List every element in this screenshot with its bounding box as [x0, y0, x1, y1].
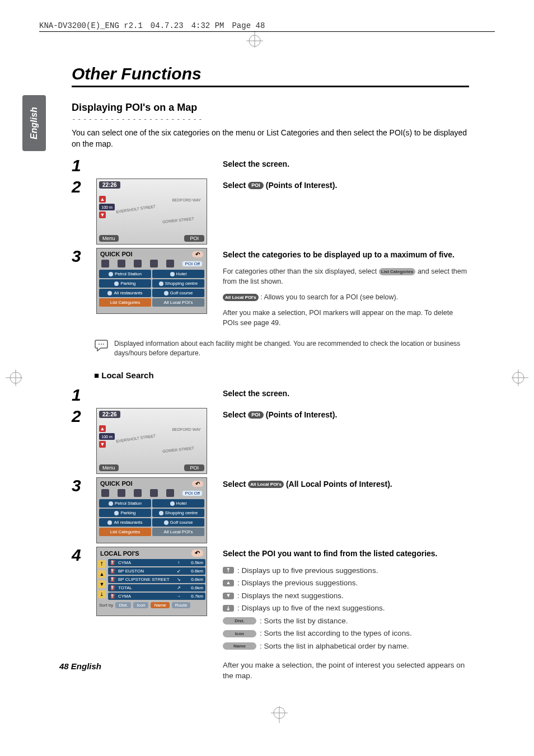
sort-route-button: Route [172, 602, 190, 608]
poi-off-button: POI Off [182, 261, 202, 266]
poi-name: TOTAL [118, 585, 173, 590]
doc-file: KNA-DV3200(E)_ENG r2.1 [39, 21, 143, 30]
poi-name: BP EUSTON [118, 569, 173, 574]
qp-icon [118, 489, 125, 497]
zoom-in-icon: ▲ [99, 196, 106, 203]
qp-cell-all-local: All Local POI's [152, 528, 204, 536]
list-categories-pill: List Categories [379, 268, 416, 275]
poi-distance: 0.6km [184, 577, 203, 582]
street-label: BEDFORD WAY [172, 428, 201, 431]
sort-name-button: Name [151, 602, 169, 608]
poi-pill: POI [248, 182, 264, 189]
poi-direction: ↗ [175, 585, 182, 590]
gas-icon: ⛽ [110, 577, 116, 582]
legend-list: ⤒: Displays up to five previous suggesti… [223, 565, 469, 652]
figure-map-1: 22:26 ▲ 100 m ▼ EVERSHOLT STREET BEDFORD… [96, 179, 207, 245]
zoom-out-icon: ▼ [99, 441, 106, 448]
qp-icon [166, 260, 174, 267]
step-title-pre: Select [223, 409, 246, 420]
step-title: Select the screen. [223, 158, 469, 170]
language-tab-label: English [29, 107, 39, 139]
language-tab: English [22, 95, 46, 151]
figure-quick-poi-1: QUICK POI ↶ POI Off Petrol Station Hotel… [96, 248, 207, 314]
step-number: 2 [72, 408, 96, 425]
legend-text: : Sorts the list by distance. [260, 616, 348, 627]
page-body: Other Functions Displaying POI's on a Ma… [72, 64, 469, 691]
step-number: 1 [72, 387, 96, 403]
svg-point-13 [101, 344, 102, 345]
sort-icon-button: Icon [133, 602, 148, 608]
qp-icon [134, 260, 142, 267]
map-scale: 100 m [99, 204, 115, 210]
legend-text: : Displays up to five previous suggestio… [237, 565, 378, 576]
map-poi-button: POI [184, 464, 204, 471]
after-text: After you make a selection, the point of… [223, 660, 469, 682]
crop-mark-top-center [243, 31, 266, 55]
back-icon: ↶ [191, 550, 203, 557]
qp-cell-all-local: All Local POI's [152, 298, 204, 307]
step-b2: 2 22:26 ▲ 100 m ▼ EVERSHOLT STREET BEDFO… [72, 408, 469, 474]
step-number: 3 [72, 248, 96, 265]
sort-by-label: Sort by [99, 603, 113, 608]
top-icon: ⤒ [223, 567, 234, 574]
zoom-in-icon: ▲ [99, 425, 106, 432]
step-title: Select POI (Points of Interest). [223, 409, 469, 420]
list-down-button: ▼ [98, 580, 106, 588]
subsection-heading: Displaying POI's on a Map [72, 102, 469, 114]
poi-name: CYMA [118, 594, 173, 599]
qp-cell: All restaurants [99, 289, 151, 297]
list-row: ⛽CYMA↑0.5km [108, 559, 205, 566]
step-number: 3 [72, 477, 96, 494]
name-pill: Name [223, 642, 256, 650]
qp-icon [150, 489, 158, 497]
poi-direction: ↙ [175, 569, 182, 574]
poi-name: CYMA [118, 560, 173, 565]
poi-direction: → [175, 594, 182, 599]
poi-direction: ↘ [175, 577, 182, 582]
note-text: Displayed information about each facilit… [114, 339, 469, 358]
step-title: Select the screen. [223, 388, 469, 399]
list-row: ⛽TOTAL↗0.6km [108, 584, 205, 591]
figure-quick-poi-2: QUICK POI ↶ POI Off Petrol Station Hotel… [96, 477, 207, 543]
step-title: Select the POI you want to find from the… [223, 548, 469, 559]
qp-icon [101, 260, 109, 267]
qp-icon [134, 489, 142, 497]
body-text: For categories other than the six displa… [223, 267, 377, 275]
qp-cell-list-categories: List Categories [99, 528, 151, 536]
street-label: EVERSHOLT STREET [116, 434, 156, 443]
speech-bubble-icon [94, 339, 109, 351]
local-search-heading: ■ Local Search [94, 370, 469, 380]
qp-cell: Golf course [152, 518, 204, 527]
step-title: Select All Local POI's (All Local Points… [223, 478, 469, 490]
map-menu-button: Menu [99, 464, 119, 471]
list-bottom-button: ⤓ [98, 590, 106, 598]
figure-map-2: 22:26 ▲ 100 m ▼ EVERSHOLT STREET BEDFORD… [96, 408, 207, 474]
body-text: : Allows you to search for a POI (see be… [260, 293, 398, 301]
svg-point-14 [103, 344, 104, 345]
street-label: GOWER STREET [162, 446, 194, 453]
qp-cell: Hotel [152, 499, 204, 508]
back-icon: ↶ [192, 481, 203, 487]
poi-name: BP CLIPSTONE STREET [118, 577, 173, 582]
all-local-pois-pill: All Local POI's [223, 294, 259, 301]
qp-cell: All restaurants [99, 518, 151, 527]
figure-local-pois: LOCAL POI'S ↶ ⤒ ▲ ▼ ⤓ ⛽CYMA↑0.5km⛽BP EUS… [96, 547, 207, 616]
step-number: 2 [72, 179, 96, 195]
qp-cell: Petrol Station [99, 270, 151, 278]
qp-cell: Hotel [152, 270, 204, 278]
step-title-post: (All Local Points of Interest). [286, 478, 392, 490]
map-zoom: ▲ 100 m ▼ [99, 425, 115, 448]
list-row: ⛽BP EUSTON↙0.6km [108, 567, 205, 575]
step-title-pre: Select [223, 478, 246, 490]
list-row: ⛽BP CLIPSTONE STREET↘0.6km [108, 576, 205, 583]
page-footer: 48 English [59, 661, 101, 671]
zoom-out-icon: ▼ [99, 212, 106, 218]
gas-icon: ⛽ [110, 560, 116, 565]
crop-mark-left [6, 367, 28, 391]
qp-cell: Parking [99, 279, 151, 288]
note: Displayed information about each facilit… [94, 339, 469, 358]
gas-icon: ⛽ [110, 569, 116, 574]
map-scale: 100 m [99, 433, 115, 440]
up-icon: ▲ [223, 580, 234, 586]
qp-cell: Golf course [152, 289, 204, 297]
